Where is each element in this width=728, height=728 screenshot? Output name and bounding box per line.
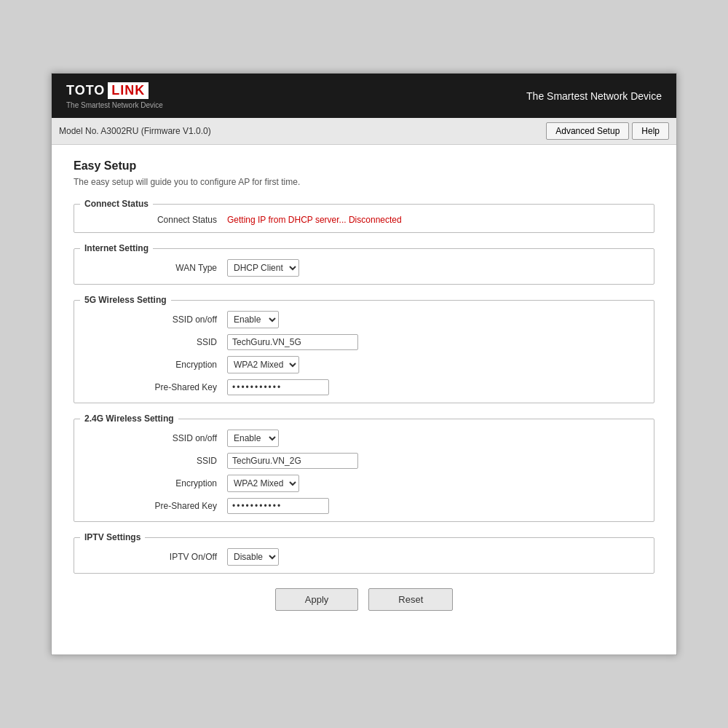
iptv-section: IPTV Settings IPTV On/Off Disable Enable — [74, 532, 654, 574]
2g-ssid-onoff-select[interactable]: Enable Disable — [227, 430, 279, 447]
page-header: TOTO LINK The Smartest Network Device Th… — [52, 74, 676, 118]
connect-status-value: Getting IP from DHCP server... Disconnec… — [227, 215, 402, 225]
action-buttons: Apply Reset — [74, 588, 654, 611]
5g-encryption-label: Encryption — [82, 360, 227, 370]
wireless-5g-section: 5G Wireless Setting SSID on/off Enable D… — [74, 295, 654, 403]
wan-type-select[interactable]: DHCP Client Static IP PPPoE — [227, 259, 299, 277]
iptv-onoff-label: IPTV On/Off — [82, 552, 227, 562]
2g-encryption-select[interactable]: WPA2 Mixed WPA2 WPA None — [227, 475, 299, 492]
2g-ssid-label: SSID — [82, 456, 227, 466]
advanced-setup-button[interactable]: Advanced Setup — [546, 122, 629, 140]
2g-encryption-row: Encryption WPA2 Mixed WPA2 WPA None — [82, 475, 646, 492]
page-title: Easy Setup — [74, 159, 654, 173]
header-tagline: The Smartest Network Device — [526, 90, 662, 102]
logo-subtitle: The Smartest Network Device — [66, 101, 163, 109]
toolbar: Model No. A3002RU (Firmware V1.0.0) Adva… — [52, 118, 676, 145]
logo-link: LINK — [108, 82, 149, 99]
wan-type-row: WAN Type DHCP Client Static IP PPPoE — [82, 259, 646, 277]
model-info: Model No. A3002RU (Firmware V1.0.0) — [59, 126, 211, 136]
wireless-2g-section: 2.4G Wireless Setting SSID on/off Enable… — [74, 414, 654, 522]
5g-psk-input[interactable] — [227, 379, 329, 395]
2g-encryption-label: Encryption — [82, 478, 227, 488]
5g-ssid-input[interactable] — [227, 334, 358, 350]
2g-ssid-onoff-label: SSID on/off — [82, 433, 227, 443]
5g-encryption-select[interactable]: WPA2 Mixed WPA2 WPA None — [227, 356, 299, 373]
wireless-2g-legend: 2.4G Wireless Setting — [80, 414, 178, 424]
connect-status-legend: Connect Status — [80, 199, 153, 209]
2g-psk-row: Pre-Shared Key — [82, 498, 646, 514]
connect-status-label: Connect Status — [82, 215, 227, 225]
2g-ssid-input[interactable] — [227, 453, 358, 469]
connect-status-row: Connect Status Getting IP from DHCP serv… — [82, 215, 646, 225]
5g-psk-row: Pre-Shared Key — [82, 379, 646, 395]
5g-ssid-row: SSID — [82, 334, 646, 350]
iptv-legend: IPTV Settings — [80, 532, 145, 542]
5g-ssid-label: SSID — [82, 337, 227, 347]
5g-ssid-onoff-label: SSID on/off — [82, 314, 227, 325]
connect-status-section: Connect Status Connect Status Getting IP… — [74, 199, 654, 233]
internet-setting-legend: Internet Setting — [80, 243, 153, 253]
wireless-5g-legend: 5G Wireless Setting — [80, 295, 171, 305]
2g-psk-label: Pre-Shared Key — [82, 501, 227, 511]
5g-psk-label: Pre-Shared Key — [82, 382, 227, 392]
logo-toto: TOTO — [66, 83, 105, 98]
5g-ssid-onoff-row: SSID on/off Enable Disable — [82, 311, 646, 328]
main-content: Easy Setup The easy setup will guide you… — [52, 145, 676, 654]
5g-ssid-onoff-select[interactable]: Enable Disable — [227, 311, 279, 328]
apply-button[interactable]: Apply — [275, 588, 359, 611]
iptv-onoff-select[interactable]: Disable Enable — [227, 548, 279, 566]
toolbar-buttons: Advanced Setup Help — [546, 122, 669, 140]
reset-button[interactable]: Reset — [368, 588, 453, 611]
2g-psk-input[interactable] — [227, 498, 329, 514]
iptv-onoff-row: IPTV On/Off Disable Enable — [82, 548, 646, 566]
internet-setting-section: Internet Setting WAN Type DHCP Client St… — [74, 243, 654, 285]
page-subtitle: The easy setup will guide you to configu… — [74, 177, 654, 187]
wan-type-label: WAN Type — [82, 263, 227, 273]
5g-encryption-row: Encryption WPA2 Mixed WPA2 WPA None — [82, 356, 646, 373]
2g-ssid-onoff-row: SSID on/off Enable Disable — [82, 430, 646, 447]
logo-box: TOTO LINK — [66, 82, 149, 99]
2g-ssid-row: SSID — [82, 453, 646, 469]
help-button[interactable]: Help — [632, 122, 669, 140]
logo: TOTO LINK The Smartest Network Device — [66, 82, 163, 109]
